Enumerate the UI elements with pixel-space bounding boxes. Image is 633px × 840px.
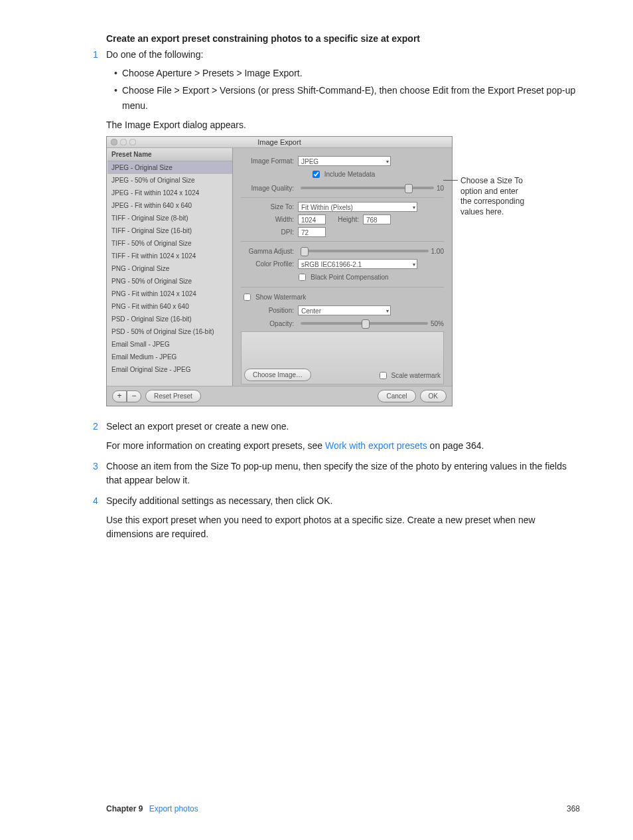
preset-item[interactable]: PNG - 50% of Original Size <box>107 275 232 288</box>
cancel-button[interactable]: Cancel <box>378 390 415 402</box>
black-point-checkbox[interactable]: Black Point Compensation <box>296 272 388 283</box>
preset-item[interactable]: PNG - Original Size <box>107 262 232 275</box>
callout-line-3: the corresponding <box>460 197 524 207</box>
step-3-text: Choose an item from the Size To pop-up m… <box>106 461 567 485</box>
page-footer: Chapter 9 Export photos 368 <box>106 804 580 813</box>
color-profile-label: Color Profile: <box>241 259 294 269</box>
final-paragraph: Use this export preset when you need to … <box>106 513 580 541</box>
size-to-select[interactable]: Fit Within (Pixels) <box>298 202 417 212</box>
chapter-title[interactable]: Export photos <box>149 804 198 813</box>
preset-item[interactable]: TIFF - Fit within 1024 x 1024 <box>107 250 232 262</box>
show-watermark-label: Show Watermark <box>255 292 306 302</box>
page-number: 368 <box>567 804 580 813</box>
callout-line-2: option and enter <box>460 187 524 197</box>
watermark-position-select[interactable]: Center <box>298 305 391 315</box>
section-heading: Create an export preset constraining pho… <box>106 33 580 44</box>
step-1-text: Do one of the following: <box>106 49 203 60</box>
preset-item[interactable]: TIFF - Original Size (8-bit) <box>107 212 232 224</box>
preset-item[interactable]: PNG - Fit within 1024 x 1024 <box>107 288 232 300</box>
image-quality-slider[interactable] <box>301 187 434 189</box>
preset-item[interactable]: PSD - Original Size (16-bit) <box>107 313 232 325</box>
step-1-bullet-1: Choose Aperture > Presets > Image Export… <box>122 66 580 80</box>
color-profile-select[interactable]: sRGB IEC61966-2.1 <box>298 259 417 269</box>
dpi-label: DPI: <box>241 227 294 237</box>
image-quality-value: 10 <box>437 183 444 193</box>
scale-watermark-label: Scale watermark <box>391 371 441 380</box>
reset-preset-button[interactable]: Reset Preset <box>145 390 201 402</box>
watermark-preview: Choose Image… Scale watermark <box>241 331 444 384</box>
scale-watermark-checkbox[interactable]: Scale watermark <box>377 370 441 381</box>
preset-item[interactable]: JPEG - Fit within 640 x 640 <box>107 199 232 212</box>
image-format-label: Image Format: <box>241 156 294 166</box>
watermark-position-label: Position: <box>241 305 294 315</box>
opacity-value: 50% <box>431 319 444 329</box>
gamma-adjust-label: Gamma Adjust: <box>241 246 294 256</box>
step-2-text: Select an export preset or create a new … <box>106 421 289 432</box>
show-watermark-checkbox[interactable]: Show Watermark <box>241 292 444 303</box>
preset-item[interactable]: JPEG - Original Size <box>107 161 232 174</box>
preset-item[interactable]: Email Medium - JPEG <box>107 351 232 363</box>
gamma-adjust-slider[interactable] <box>301 250 429 252</box>
opacity-label: Opacity: <box>241 319 294 329</box>
step-1-after: The Image Export dialog appears. <box>106 118 580 132</box>
ok-button[interactable]: OK <box>420 390 447 402</box>
preset-header: Preset Name <box>107 148 232 161</box>
black-point-label: Black Point Compensation <box>311 272 388 282</box>
gamma-adjust-value: 1.00 <box>431 246 444 256</box>
step-1: Do one of the following: Choose Aperture… <box>106 48 580 406</box>
titlebar: Image Export <box>107 137 452 148</box>
preset-item[interactable]: JPEG - 50% of Original Size <box>107 174 232 187</box>
image-export-window: Image Export Preset Name JPEG - Original… <box>106 136 453 406</box>
width-label: Width: <box>261 214 294 224</box>
image-format-select[interactable]: JPEG <box>298 156 391 166</box>
step-1-bullet-2: Choose File > Export > Versions (or pres… <box>122 83 580 113</box>
height-field[interactable]: 768 <box>363 214 391 224</box>
include-metadata-label: Include Metadata <box>324 169 376 179</box>
add-preset-button[interactable]: + <box>112 390 127 402</box>
preset-item[interactable]: TIFF - Original Size (16-bit) <box>107 224 232 237</box>
callout-leader-line <box>443 180 458 181</box>
preset-item[interactable]: Email Small - JPEG <box>107 338 232 351</box>
image-quality-label: Image Quality: <box>241 183 294 193</box>
preset-item[interactable]: PSD - 50% of Original Size (16-bit) <box>107 325 232 338</box>
opacity-slider[interactable] <box>301 322 428 325</box>
step-2-after-prefix: For more information on creating export … <box>106 440 325 451</box>
settings-pane: Image Format: JPEG Include Metadata Imag… <box>233 148 452 386</box>
window-title: Image Export <box>107 137 452 148</box>
preset-sidebar: Preset Name JPEG - Original Size JPEG - … <box>107 148 233 386</box>
callout-line-4: values here. <box>460 207 524 218</box>
preset-item[interactable]: PNG - Fit within 640 x 640 <box>107 300 232 313</box>
step-2-after-suffix: on page 364. <box>427 440 484 451</box>
chapter-number: Chapter 9 <box>106 804 143 813</box>
step-3: Choose an item from the Size To pop-up m… <box>106 460 580 487</box>
callout: Choose a Size To option and enter the co… <box>453 176 524 217</box>
preset-item[interactable]: JPEG - Fit within 1024 x 1024 <box>107 187 232 199</box>
preset-item[interactable]: TIFF - 50% of Original Size <box>107 237 232 250</box>
width-field[interactable]: 1024 <box>298 214 326 224</box>
step-4: Specify additional settings as necessary… <box>106 494 580 541</box>
size-to-label: Size To: <box>241 202 294 212</box>
step-4-text: Specify additional settings as necessary… <box>106 495 332 506</box>
work-with-export-presets-link[interactable]: Work with export presets <box>325 440 427 451</box>
height-label: Height: <box>326 214 359 224</box>
choose-image-button[interactable]: Choose Image… <box>244 369 311 381</box>
dpi-field[interactable]: 72 <box>298 227 326 237</box>
remove-preset-button[interactable]: − <box>127 390 141 402</box>
preset-item[interactable]: Email Original Size - JPEG <box>107 363 232 376</box>
include-metadata-checkbox[interactable]: Include Metadata <box>310 169 376 180</box>
step-2: Select an export preset or create a new … <box>106 420 580 453</box>
callout-line-1: Choose a Size To <box>460 176 524 187</box>
